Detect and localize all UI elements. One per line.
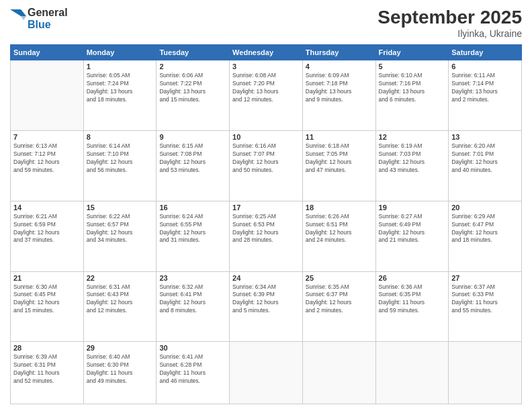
day-info: Sunrise: 6:09 AMSunset: 7:18 PMDaylight:… xyxy=(306,72,373,104)
day-info: Sunrise: 6:16 AMSunset: 7:07 PMDaylight:… xyxy=(232,142,300,175)
day-number: 18 xyxy=(306,203,373,212)
table-row: 11Sunrise: 6:18 AMSunset: 7:05 PMDayligh… xyxy=(302,130,375,201)
table-row: 19Sunrise: 6:27 AMSunset: 6:49 PMDayligh… xyxy=(375,201,449,271)
day-number: 6 xyxy=(451,62,519,71)
location: Ilyinka, Ukraine xyxy=(378,28,522,39)
day-info: Sunrise: 6:36 AMSunset: 6:35 PMDaylight:… xyxy=(379,283,446,316)
day-info: Sunrise: 6:34 AMSunset: 6:39 PMDaylight:… xyxy=(232,283,300,316)
day-number: 14 xyxy=(13,203,81,212)
day-info: Sunrise: 6:15 AMSunset: 7:08 PMDaylight:… xyxy=(159,142,226,175)
col-monday: Monday xyxy=(83,45,157,60)
title-section: September 2025 Ilyinka, Ukraine xyxy=(378,7,522,39)
table-row: 5Sunrise: 6:10 AMSunset: 7:16 PMDaylight… xyxy=(375,60,449,131)
col-thursday: Thursday xyxy=(302,45,375,60)
table-row: 27Sunrise: 6:37 AMSunset: 6:33 PMDayligh… xyxy=(449,271,522,342)
table-row: 12Sunrise: 6:19 AMSunset: 7:03 PMDayligh… xyxy=(375,130,449,201)
table-row: 13Sunrise: 6:20 AMSunset: 7:01 PMDayligh… xyxy=(449,130,522,201)
day-number: 1 xyxy=(87,62,154,71)
day-number: 23 xyxy=(159,274,226,282)
day-number: 25 xyxy=(306,274,373,282)
day-info: Sunrise: 6:27 AMSunset: 6:49 PMDaylight:… xyxy=(379,213,446,245)
day-info: Sunrise: 6:26 AMSunset: 6:51 PMDaylight:… xyxy=(306,213,373,245)
day-info: Sunrise: 6:13 AMSunset: 7:12 PMDaylight:… xyxy=(13,142,81,175)
day-number: 21 xyxy=(13,274,81,282)
table-row: 20Sunrise: 6:29 AMSunset: 6:47 PMDayligh… xyxy=(449,201,522,271)
table-row: 23Sunrise: 6:32 AMSunset: 6:41 PMDayligh… xyxy=(157,271,230,342)
header: General Blue September 2025 Ilyinka, Ukr… xyxy=(10,7,522,39)
day-number: 9 xyxy=(159,133,226,141)
table-row: 1Sunrise: 6:05 AMSunset: 7:24 PMDaylight… xyxy=(83,60,157,131)
day-number: 7 xyxy=(13,133,81,141)
day-info: Sunrise: 6:40 AMSunset: 6:30 PMDaylight:… xyxy=(87,353,154,385)
table-row: 26Sunrise: 6:36 AMSunset: 6:35 PMDayligh… xyxy=(375,271,449,342)
table-row: 3Sunrise: 6:08 AMSunset: 7:20 PMDaylight… xyxy=(230,60,303,131)
day-info: Sunrise: 6:41 AMSunset: 6:28 PMDaylight:… xyxy=(159,353,226,385)
table-row: 8Sunrise: 6:14 AMSunset: 7:10 PMDaylight… xyxy=(83,130,157,201)
day-number: 27 xyxy=(451,274,519,282)
day-info: Sunrise: 6:39 AMSunset: 6:31 PMDaylight:… xyxy=(13,353,81,385)
table-row xyxy=(230,342,303,404)
col-tuesday: Tuesday xyxy=(157,45,230,60)
day-info: Sunrise: 6:32 AMSunset: 6:41 PMDaylight:… xyxy=(159,283,226,316)
svg-marker-0 xyxy=(10,9,26,16)
day-info: Sunrise: 6:24 AMSunset: 6:55 PMDaylight:… xyxy=(159,213,226,245)
day-number: 30 xyxy=(159,344,226,352)
table-row xyxy=(375,342,449,404)
day-number: 22 xyxy=(87,274,154,282)
calendar-header-row: Sunday Monday Tuesday Wednesday Thursday… xyxy=(11,45,522,60)
day-number: 24 xyxy=(232,274,300,282)
table-row: 16Sunrise: 6:24 AMSunset: 6:55 PMDayligh… xyxy=(157,201,230,271)
table-row: 24Sunrise: 6:34 AMSunset: 6:39 PMDayligh… xyxy=(230,271,303,342)
day-info: Sunrise: 6:20 AMSunset: 7:01 PMDaylight:… xyxy=(451,142,519,175)
table-row: 18Sunrise: 6:26 AMSunset: 6:51 PMDayligh… xyxy=(302,201,375,271)
day-number: 20 xyxy=(451,203,519,212)
table-row: 22Sunrise: 6:31 AMSunset: 6:43 PMDayligh… xyxy=(83,271,157,342)
day-info: Sunrise: 6:08 AMSunset: 7:20 PMDaylight:… xyxy=(232,72,300,104)
day-number: 15 xyxy=(87,203,154,212)
day-info: Sunrise: 6:14 AMSunset: 7:10 PMDaylight:… xyxy=(87,142,154,175)
svg-marker-1 xyxy=(21,16,26,20)
table-row: 29Sunrise: 6:40 AMSunset: 6:30 PMDayligh… xyxy=(83,342,157,404)
table-row: 10Sunrise: 6:16 AMSunset: 7:07 PMDayligh… xyxy=(230,130,303,201)
col-sunday: Sunday xyxy=(11,45,84,60)
logo-icon xyxy=(10,9,26,28)
day-number: 5 xyxy=(379,62,446,71)
table-row: 14Sunrise: 6:21 AMSunset: 6:59 PMDayligh… xyxy=(11,201,84,271)
day-info: Sunrise: 6:25 AMSunset: 6:53 PMDaylight:… xyxy=(232,213,300,245)
day-info: Sunrise: 6:19 AMSunset: 7:03 PMDaylight:… xyxy=(379,142,446,175)
table-row: 2Sunrise: 6:06 AMSunset: 7:22 PMDaylight… xyxy=(157,60,230,131)
day-number: 12 xyxy=(379,133,446,141)
day-number: 29 xyxy=(87,344,154,352)
table-row xyxy=(449,342,522,404)
col-friday: Friday xyxy=(375,45,449,60)
day-info: Sunrise: 6:22 AMSunset: 6:57 PMDaylight:… xyxy=(87,213,154,245)
calendar: Sunday Monday Tuesday Wednesday Thursday… xyxy=(10,44,522,404)
day-number: 3 xyxy=(232,62,300,71)
day-info: Sunrise: 6:29 AMSunset: 6:47 PMDaylight:… xyxy=(451,213,519,245)
day-info: Sunrise: 6:10 AMSunset: 7:16 PMDaylight:… xyxy=(379,72,446,104)
day-number: 19 xyxy=(379,203,446,212)
table-row: 15Sunrise: 6:22 AMSunset: 6:57 PMDayligh… xyxy=(83,201,157,271)
day-number: 11 xyxy=(306,133,373,141)
day-info: Sunrise: 6:37 AMSunset: 6:33 PMDaylight:… xyxy=(451,283,519,316)
day-number: 26 xyxy=(379,274,446,282)
table-row: 17Sunrise: 6:25 AMSunset: 6:53 PMDayligh… xyxy=(230,201,303,271)
day-info: Sunrise: 6:11 AMSunset: 7:14 PMDaylight:… xyxy=(451,72,519,104)
table-row: 6Sunrise: 6:11 AMSunset: 7:14 PMDaylight… xyxy=(449,60,522,131)
day-info: Sunrise: 6:31 AMSunset: 6:43 PMDaylight:… xyxy=(87,283,154,316)
table-row: 4Sunrise: 6:09 AMSunset: 7:18 PMDaylight… xyxy=(302,60,375,131)
day-info: Sunrise: 6:18 AMSunset: 7:05 PMDaylight:… xyxy=(306,142,373,175)
logo-general-text: General xyxy=(28,7,68,19)
table-row: 7Sunrise: 6:13 AMSunset: 7:12 PMDaylight… xyxy=(11,130,84,201)
day-info: Sunrise: 6:05 AMSunset: 7:24 PMDaylight:… xyxy=(87,72,154,104)
day-number: 4 xyxy=(306,62,373,71)
logo-blue-text: Blue xyxy=(28,19,68,31)
day-number: 8 xyxy=(87,133,154,141)
day-number: 13 xyxy=(451,133,519,141)
table-row xyxy=(302,342,375,404)
day-number: 28 xyxy=(13,344,81,352)
day-number: 10 xyxy=(232,133,300,141)
table-row: 21Sunrise: 6:30 AMSunset: 6:45 PMDayligh… xyxy=(11,271,84,342)
day-info: Sunrise: 6:21 AMSunset: 6:59 PMDaylight:… xyxy=(13,213,81,245)
day-info: Sunrise: 6:06 AMSunset: 7:22 PMDaylight:… xyxy=(159,72,226,104)
